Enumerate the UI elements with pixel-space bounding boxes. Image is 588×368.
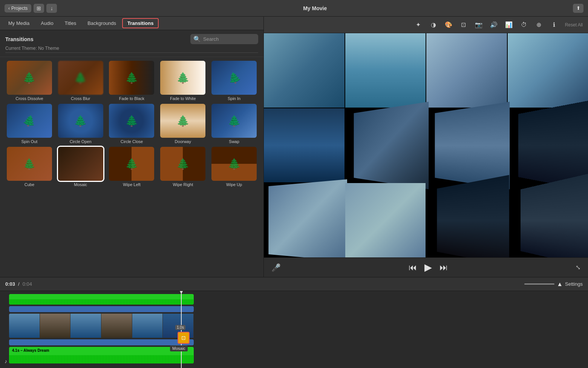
transition-item-fade-black[interactable]: 🌲 Fade to Black xyxy=(108,61,156,101)
camera-icon[interactable]: 📷 xyxy=(473,19,484,31)
transition-item-mosaic[interactable]: Mosaic xyxy=(57,147,105,187)
transition-thumb-spin-in: 🌲 xyxy=(211,61,257,95)
tree-decoration: 🌲 xyxy=(125,115,138,127)
tree-decoration: 🌲 xyxy=(21,113,37,129)
fullscreen-icon[interactable]: ⤡ xyxy=(576,264,580,271)
transition-item-circle-open[interactable]: 🌲 Circle Open xyxy=(57,104,105,144)
timeline-time: 0:03 / 0:04 xyxy=(5,281,32,287)
search-icon: 🔍 xyxy=(193,35,201,43)
transition-label-swap: Swap xyxy=(229,139,239,144)
track-row-green-top xyxy=(5,294,583,305)
view-toggle-button[interactable]: ⊞ xyxy=(34,4,44,13)
transition-thumb-wipe-up: 🌲 xyxy=(211,147,257,181)
main-area: My Media Audio Titles Backgrounds Transi… xyxy=(0,17,588,277)
crop-icon[interactable]: ⊡ xyxy=(458,19,469,31)
clip-green-top[interactable] xyxy=(9,294,194,305)
preview-mosaic xyxy=(264,33,588,257)
clip-video[interactable] xyxy=(9,314,194,338)
transition-label-spin-out: Spin Out xyxy=(21,139,37,144)
transition-label-fade-white: Fade to White xyxy=(170,96,196,101)
time-total: 0:04 xyxy=(23,281,32,287)
left-panel: My Media Audio Titles Backgrounds Transi… xyxy=(0,17,264,277)
download-icon: ↓ xyxy=(51,5,53,11)
overlay-icon[interactable]: ⊕ xyxy=(533,19,545,31)
chart-icon[interactable]: 📊 xyxy=(503,19,514,31)
player-right: ⤡ xyxy=(576,264,580,271)
transition-item-cross-blur[interactable]: 🌲 Cross Blur xyxy=(57,61,105,101)
duration-label: 1.0s xyxy=(175,325,185,330)
speed-icon[interactable]: ⏱ xyxy=(518,19,530,31)
preview-cell xyxy=(508,33,588,108)
transition-item-wipe-up[interactable]: 🌲 Wipe Up xyxy=(210,147,258,187)
projects-label: Projects xyxy=(11,6,28,11)
transition-item-wipe-left[interactable]: 🌲 Wipe Left xyxy=(108,147,156,187)
track-row-audio: 4.1s – Always Dream xyxy=(5,347,583,363)
transition-thumb-circle-close: 🌲 xyxy=(109,104,154,138)
microphone-icon[interactable]: 🎤 xyxy=(271,263,281,272)
preview-cell xyxy=(268,179,347,257)
skip-back-button[interactable]: ⏮ xyxy=(409,263,417,273)
transition-thumb-doorway: 🌲 xyxy=(160,104,205,138)
transition-item-cross-dissolve[interactable]: 🌲 Cross Dissolve xyxy=(5,61,54,101)
transition-item-cube[interactable]: 🌲 Cube xyxy=(5,147,54,187)
transition-label-cross-dissolve: Cross Dissolve xyxy=(15,96,43,101)
tab-backgrounds[interactable]: Backgrounds xyxy=(82,18,121,28)
transition-item-swap[interactable]: 🌲 Swap xyxy=(210,104,258,144)
download-button[interactable]: ↓ xyxy=(46,4,57,13)
right-panel: ✦ ◑ 🎨 ⊡ 📷 🔊 📊 ⏱ ⊕ ℹ Reset All xyxy=(264,17,588,277)
tree-decoration: 🌲 xyxy=(74,115,87,127)
preview-cell xyxy=(345,33,426,108)
settings-label[interactable]: Settings xyxy=(565,281,583,287)
video-preview xyxy=(264,33,588,257)
transition-label-wipe-left: Wipe Left xyxy=(123,182,140,187)
grid-icon: ⊞ xyxy=(37,5,41,11)
transition-item-spin-out[interactable]: 🌲 Spin Out xyxy=(5,104,54,144)
share-button[interactable]: ⬆ xyxy=(573,4,583,13)
projects-button[interactable]: ‹ Projects xyxy=(5,4,31,12)
reset-button[interactable]: Reset All xyxy=(565,22,583,28)
tree-decoration: 🌲 xyxy=(125,72,138,84)
transition-item-wipe-right[interactable]: 🌲 Wipe Right xyxy=(159,147,207,187)
play-button[interactable]: ▶ xyxy=(424,262,432,273)
top-bar-left: ‹ Projects ⊞ ↓ xyxy=(5,4,57,13)
transition-indicator[interactable]: 1.0s ⊡ Mosaic xyxy=(178,332,190,344)
tab-audio[interactable]: Audio xyxy=(35,18,58,28)
transition-icon: ⊡ xyxy=(181,335,186,341)
transition-item-doorway[interactable]: 🌲 Doorway xyxy=(159,104,207,144)
tree-decoration: 🌲 xyxy=(226,70,242,86)
track-row-video: 1.0s ⊡ Mosaic xyxy=(5,314,583,338)
transition-item-circle-close[interactable]: 🌲 Circle Close xyxy=(108,104,156,144)
player-center: ⏮ ▶ ⏭ xyxy=(409,262,448,273)
track-row-blue-bottom xyxy=(5,339,583,345)
transition-item-fade-white[interactable]: 🌲 Fade to White xyxy=(159,61,207,101)
search-input[interactable] xyxy=(203,36,255,42)
tab-bar: My Media Audio Titles Backgrounds Transi… xyxy=(0,17,263,30)
tab-titles[interactable]: Titles xyxy=(60,18,82,28)
clip-blue-top[interactable] xyxy=(9,306,194,312)
volume-icon: ▲ xyxy=(557,281,563,288)
timeline-volume: ▲ Settings xyxy=(524,281,583,288)
color-palette-icon[interactable]: 🎨 xyxy=(443,19,454,31)
transition-box[interactable]: ⊡ xyxy=(178,332,190,344)
transition-label-fade-black: Fade to Black xyxy=(119,96,144,101)
clip-blue-bottom[interactable] xyxy=(9,339,194,345)
tab-my-media[interactable]: My Media xyxy=(3,18,35,28)
color-correction-icon[interactable]: ◑ xyxy=(428,19,439,31)
green-wave-decoration xyxy=(9,299,194,305)
share-icon: ⬆ xyxy=(576,5,580,11)
transition-item-spin-in[interactable]: 🌲 Spin In xyxy=(210,61,258,101)
transitions-panel-header: Transitions 🔍 Current Theme: No Theme xyxy=(0,30,263,57)
info-icon[interactable]: ℹ xyxy=(548,19,560,31)
tree-decoration: 🌲 xyxy=(176,72,190,84)
volume-icon[interactable]: 🔊 xyxy=(488,19,499,31)
skip-forward-button[interactable]: ⏭ xyxy=(439,263,448,273)
clip-audio[interactable]: 4.1s – Always Dream xyxy=(9,347,194,363)
preview-cell xyxy=(264,108,345,183)
video-segments xyxy=(9,314,194,338)
video-segment-3 xyxy=(70,314,101,338)
volume-slider[interactable] xyxy=(524,283,554,285)
magic-tool-icon[interactable]: ✦ xyxy=(413,19,424,31)
transition-thumb-fade-black: 🌲 xyxy=(109,61,154,95)
tab-transitions[interactable]: Transitions xyxy=(122,18,159,28)
preview-cell xyxy=(345,183,426,257)
